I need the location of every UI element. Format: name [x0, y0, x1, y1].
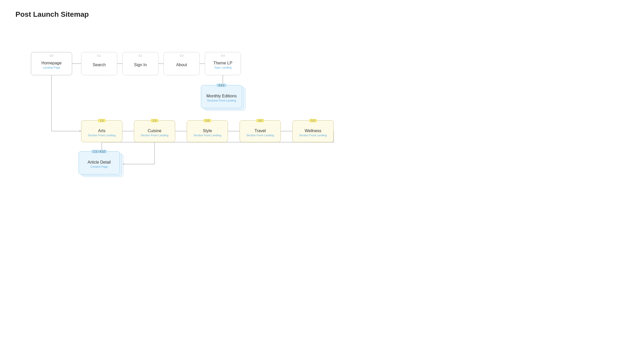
themelp-id: 0.4: [221, 54, 225, 57]
homepage-card[interactable]: 0.0 Homepage Landing Page: [31, 52, 72, 75]
search-title: Search: [93, 63, 106, 67]
sitemap-diagram: 0.0 Homepage Landing Page 0.1 Search 0.2…: [15, 29, 629, 209]
travel-title: Travel: [255, 129, 266, 133]
about-title: About: [176, 63, 187, 67]
wellness-card[interactable]: 5.0 Wellness Section Front Landing: [292, 120, 334, 142]
monthly-title: Monthly Editions: [206, 94, 236, 98]
homepage-id: 0.0: [50, 54, 53, 57]
monthly-stack: 0.4.1 Monthly Editions Sections Front La…: [201, 85, 245, 111]
monthly-id: 0.4.1: [217, 84, 226, 87]
page-title: Post Launch Sitemap: [15, 10, 629, 19]
search-card[interactable]: 0.1 Search: [81, 52, 117, 75]
article-id: 1.1 – 6.12: [91, 150, 107, 153]
monthly-subtitle: Sections Front Landing: [207, 99, 236, 102]
monthly-card[interactable]: 0.4.1 Monthly Editions Sections Front La…: [201, 85, 242, 108]
cuisine-subtitle: Section Front Landing: [141, 134, 168, 137]
arts-subtitle: Section Front Landing: [88, 134, 116, 137]
article-subtitle: Content Page: [90, 165, 108, 168]
article-title: Article Detail: [88, 160, 111, 165]
wellness-subtitle: Section Front Landing: [299, 134, 327, 137]
cuisine-card[interactable]: 2.0 Cuisine Section Front Landing: [134, 120, 175, 142]
themelp-card[interactable]: 0.4 Theme LP Topic Landing: [205, 52, 241, 75]
about-id: 0.3: [180, 54, 183, 57]
signin-card[interactable]: 0.2 Sign In: [122, 52, 158, 75]
wellness-title: Wellness: [305, 129, 321, 133]
travel-card[interactable]: 4.0 Travel Section Front Landing: [240, 120, 281, 142]
signin-title: Sign In: [134, 63, 147, 67]
about-card[interactable]: 0.3 About: [164, 52, 200, 75]
cuisine-id: 2.0: [151, 119, 158, 122]
style-id: 3.0: [204, 119, 211, 122]
article-stack: 1.1 – 6.12 Article Detail Content Page: [79, 151, 122, 177]
style-card[interactable]: 3.0 Style Section Front Landing: [187, 120, 228, 142]
travel-id: 4.0: [256, 119, 264, 122]
themelp-title: Theme LP: [213, 61, 232, 65]
search-id: 0.1: [97, 54, 101, 57]
homepage-subtitle: Landing Page: [43, 66, 60, 69]
themelp-subtitle: Topic Landing: [214, 66, 232, 69]
signin-id: 0.2: [139, 54, 142, 57]
arts-card[interactable]: 1.0 Arts Section Front Landing: [81, 120, 122, 142]
article-card[interactable]: 1.1 – 6.12 Article Detail Content Page: [79, 151, 120, 174]
homepage-title: Homepage: [41, 61, 62, 65]
style-subtitle: Section Front Landing: [193, 134, 221, 137]
arts-title: Arts: [98, 129, 105, 133]
arts-id: 1.0: [98, 119, 106, 122]
travel-subtitle: Section Front Landing: [246, 134, 274, 137]
wellness-id: 5.0: [309, 119, 317, 122]
cuisine-title: Cuisine: [148, 129, 161, 133]
style-title: Style: [203, 129, 212, 133]
